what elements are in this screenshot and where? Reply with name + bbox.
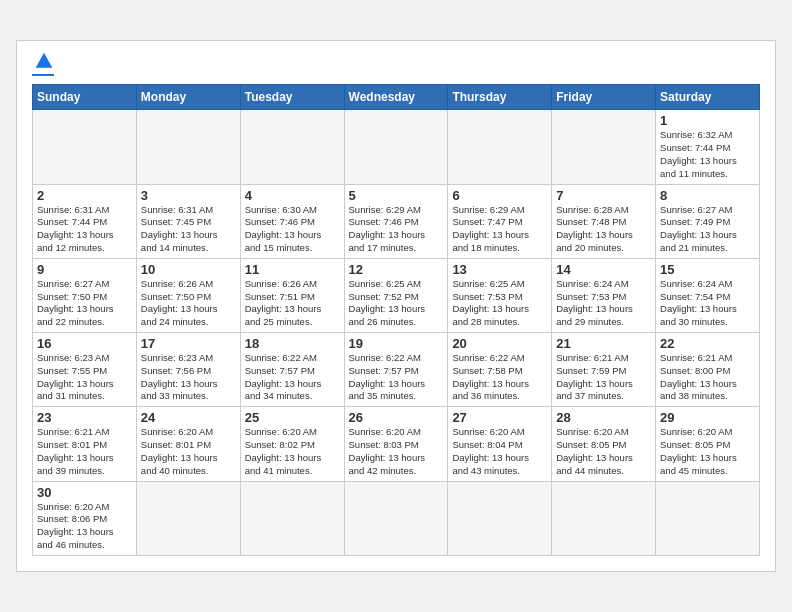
day-info: Sunrise: 6:23 AM Sunset: 7:56 PM Dayligh… [141, 352, 236, 403]
calendar-cell: 1Sunrise: 6:32 AM Sunset: 7:44 PM Daylig… [656, 110, 760, 184]
calendar-cell [136, 481, 240, 555]
calendar-cell: 22Sunrise: 6:21 AM Sunset: 8:00 PM Dayli… [656, 333, 760, 407]
day-info: Sunrise: 6:20 AM Sunset: 8:03 PM Dayligh… [349, 426, 444, 477]
logo-icon [34, 51, 54, 71]
day-info: Sunrise: 6:22 AM Sunset: 7:57 PM Dayligh… [245, 352, 340, 403]
calendar-cell: 29Sunrise: 6:20 AM Sunset: 8:05 PM Dayli… [656, 407, 760, 481]
day-info: Sunrise: 6:29 AM Sunset: 7:46 PM Dayligh… [349, 204, 444, 255]
day-number: 15 [660, 262, 755, 277]
day-number: 16 [37, 336, 132, 351]
calendar-cell [240, 481, 344, 555]
day-number: 25 [245, 410, 340, 425]
calendar-cell: 20Sunrise: 6:22 AM Sunset: 7:58 PM Dayli… [448, 333, 552, 407]
day-info: Sunrise: 6:24 AM Sunset: 7:54 PM Dayligh… [660, 278, 755, 329]
day-info: Sunrise: 6:26 AM Sunset: 7:51 PM Dayligh… [245, 278, 340, 329]
svg-marker-0 [36, 53, 53, 68]
calendar-cell: 7Sunrise: 6:28 AM Sunset: 7:48 PM Daylig… [552, 184, 656, 258]
day-info: Sunrise: 6:31 AM Sunset: 7:45 PM Dayligh… [141, 204, 236, 255]
day-number: 1 [660, 113, 755, 128]
weekday-header-monday: Monday [136, 85, 240, 110]
day-number: 17 [141, 336, 236, 351]
day-number: 10 [141, 262, 236, 277]
day-info: Sunrise: 6:26 AM Sunset: 7:50 PM Dayligh… [141, 278, 236, 329]
day-info: Sunrise: 6:31 AM Sunset: 7:44 PM Dayligh… [37, 204, 132, 255]
calendar-cell: 3Sunrise: 6:31 AM Sunset: 7:45 PM Daylig… [136, 184, 240, 258]
calendar-cell: 24Sunrise: 6:20 AM Sunset: 8:01 PM Dayli… [136, 407, 240, 481]
day-number: 9 [37, 262, 132, 277]
calendar-cell: 8Sunrise: 6:27 AM Sunset: 7:49 PM Daylig… [656, 184, 760, 258]
weekday-header-saturday: Saturday [656, 85, 760, 110]
day-info: Sunrise: 6:20 AM Sunset: 8:01 PM Dayligh… [141, 426, 236, 477]
weekday-header-row: SundayMondayTuesdayWednesdayThursdayFrid… [33, 85, 760, 110]
day-number: 7 [556, 188, 651, 203]
calendar-cell: 19Sunrise: 6:22 AM Sunset: 7:57 PM Dayli… [344, 333, 448, 407]
day-info: Sunrise: 6:27 AM Sunset: 7:50 PM Dayligh… [37, 278, 132, 329]
calendar-cell: 15Sunrise: 6:24 AM Sunset: 7:54 PM Dayli… [656, 258, 760, 332]
day-info: Sunrise: 6:23 AM Sunset: 7:55 PM Dayligh… [37, 352, 132, 403]
day-info: Sunrise: 6:28 AM Sunset: 7:48 PM Dayligh… [556, 204, 651, 255]
day-info: Sunrise: 6:25 AM Sunset: 7:53 PM Dayligh… [452, 278, 547, 329]
calendar-cell: 17Sunrise: 6:23 AM Sunset: 7:56 PM Dayli… [136, 333, 240, 407]
day-info: Sunrise: 6:20 AM Sunset: 8:04 PM Dayligh… [452, 426, 547, 477]
logo-underline [32, 74, 54, 76]
calendar-cell: 2Sunrise: 6:31 AM Sunset: 7:44 PM Daylig… [33, 184, 137, 258]
day-number: 19 [349, 336, 444, 351]
calendar-cell: 28Sunrise: 6:20 AM Sunset: 8:05 PM Dayli… [552, 407, 656, 481]
calendar-cell [344, 481, 448, 555]
calendar-cell: 18Sunrise: 6:22 AM Sunset: 7:57 PM Dayli… [240, 333, 344, 407]
calendar-cell [656, 481, 760, 555]
calendar-cell [552, 110, 656, 184]
calendar-cell: 21Sunrise: 6:21 AM Sunset: 7:59 PM Dayli… [552, 333, 656, 407]
calendar-cell: 16Sunrise: 6:23 AM Sunset: 7:55 PM Dayli… [33, 333, 137, 407]
day-info: Sunrise: 6:21 AM Sunset: 7:59 PM Dayligh… [556, 352, 651, 403]
calendar-cell [552, 481, 656, 555]
day-number: 28 [556, 410, 651, 425]
day-number: 27 [452, 410, 547, 425]
calendar-cell: 4Sunrise: 6:30 AM Sunset: 7:46 PM Daylig… [240, 184, 344, 258]
calendar-cell: 14Sunrise: 6:24 AM Sunset: 7:53 PM Dayli… [552, 258, 656, 332]
day-info: Sunrise: 6:20 AM Sunset: 8:02 PM Dayligh… [245, 426, 340, 477]
day-number: 22 [660, 336, 755, 351]
weekday-header-sunday: Sunday [33, 85, 137, 110]
calendar-cell [33, 110, 137, 184]
day-info: Sunrise: 6:25 AM Sunset: 7:52 PM Dayligh… [349, 278, 444, 329]
calendar-cell: 30Sunrise: 6:20 AM Sunset: 8:06 PM Dayli… [33, 481, 137, 555]
day-number: 13 [452, 262, 547, 277]
day-number: 26 [349, 410, 444, 425]
calendar-cell: 6Sunrise: 6:29 AM Sunset: 7:47 PM Daylig… [448, 184, 552, 258]
weekday-header-thursday: Thursday [448, 85, 552, 110]
day-info: Sunrise: 6:20 AM Sunset: 8:05 PM Dayligh… [556, 426, 651, 477]
day-number: 8 [660, 188, 755, 203]
calendar-cell: 27Sunrise: 6:20 AM Sunset: 8:04 PM Dayli… [448, 407, 552, 481]
calendar-cell: 13Sunrise: 6:25 AM Sunset: 7:53 PM Dayli… [448, 258, 552, 332]
day-info: Sunrise: 6:20 AM Sunset: 8:06 PM Dayligh… [37, 501, 132, 552]
day-info: Sunrise: 6:21 AM Sunset: 8:00 PM Dayligh… [660, 352, 755, 403]
calendar-cell: 25Sunrise: 6:20 AM Sunset: 8:02 PM Dayli… [240, 407, 344, 481]
calendar-cell: 12Sunrise: 6:25 AM Sunset: 7:52 PM Dayli… [344, 258, 448, 332]
day-number: 11 [245, 262, 340, 277]
day-number: 5 [349, 188, 444, 203]
day-number: 2 [37, 188, 132, 203]
weekday-header-friday: Friday [552, 85, 656, 110]
day-number: 6 [452, 188, 547, 203]
calendar-cell [448, 481, 552, 555]
calendar-cell [344, 110, 448, 184]
weekday-header-wednesday: Wednesday [344, 85, 448, 110]
calendar-table: SundayMondayTuesdayWednesdayThursdayFrid… [32, 84, 760, 556]
day-number: 4 [245, 188, 340, 203]
calendar-cell [136, 110, 240, 184]
day-info: Sunrise: 6:20 AM Sunset: 8:05 PM Dayligh… [660, 426, 755, 477]
day-number: 30 [37, 485, 132, 500]
day-info: Sunrise: 6:32 AM Sunset: 7:44 PM Dayligh… [660, 129, 755, 180]
day-number: 3 [141, 188, 236, 203]
day-info: Sunrise: 6:21 AM Sunset: 8:01 PM Dayligh… [37, 426, 132, 477]
day-info: Sunrise: 6:30 AM Sunset: 7:46 PM Dayligh… [245, 204, 340, 255]
day-info: Sunrise: 6:22 AM Sunset: 7:57 PM Dayligh… [349, 352, 444, 403]
calendar-header [32, 51, 760, 76]
calendar-cell [240, 110, 344, 184]
weekday-header-tuesday: Tuesday [240, 85, 344, 110]
calendar-cell: 23Sunrise: 6:21 AM Sunset: 8:01 PM Dayli… [33, 407, 137, 481]
day-number: 12 [349, 262, 444, 277]
day-number: 29 [660, 410, 755, 425]
day-info: Sunrise: 6:29 AM Sunset: 7:47 PM Dayligh… [452, 204, 547, 255]
